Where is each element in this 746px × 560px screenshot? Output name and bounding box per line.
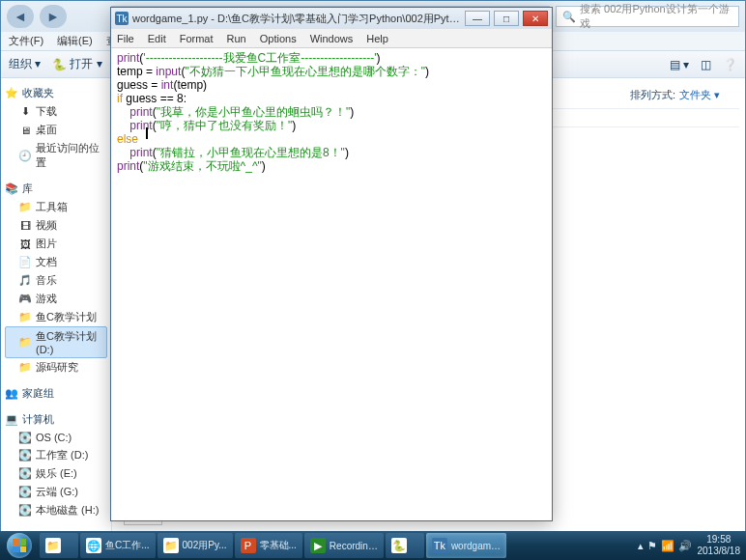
python-icon: 🐍 — [391, 538, 407, 553]
sidebar-homegroup[interactable]: 👥家庭组 — [5, 384, 107, 403]
video-icon: 🎞 — [18, 219, 32, 233]
folder-icon: 📁 — [18, 336, 32, 350]
preview-pane-icon[interactable]: ◫ — [701, 58, 711, 71]
menu-edit[interactable]: Edit — [148, 33, 166, 44]
view-options-icon[interactable]: ▤ ▾ — [670, 58, 689, 71]
recent-icon: 🕘 — [18, 149, 32, 162]
windows-logo-icon — [13, 539, 26, 552]
code-editor[interactable]: print('--------------------我爱鱼C工作室------… — [111, 48, 552, 520]
homegroup-icon: 👥 — [5, 387, 18, 401]
sidebar-item-cloud[interactable]: 💽云端 (G:) — [5, 483, 107, 501]
desktop-icon: 🖥 — [18, 124, 32, 137]
tk-icon: Tk — [115, 12, 129, 25]
search-icon: 🔍 — [562, 11, 576, 23]
sidebar-item-work[interactable]: 💽工作室 (D:) — [5, 446, 107, 464]
folder-icon: 📁 — [18, 361, 32, 375]
folder-icon: 📁 — [18, 201, 32, 214]
idle-window: Tk wordgame_1.py - D:\鱼C教学计划\零基础入门学习Pyth… — [110, 7, 553, 521]
menu-run[interactable]: Run — [227, 33, 246, 44]
sidebar-item-recent[interactable]: 🕘最近访问的位置 — [5, 139, 107, 172]
sidebar-favorites[interactable]: ⭐收藏夹 — [5, 84, 107, 102]
menu-file[interactable]: File — [117, 33, 134, 44]
sidebar-computer[interactable]: 💻计算机 — [5, 410, 107, 429]
sidebar-item-downloads[interactable]: ⬇下载 — [5, 102, 107, 121]
search-placeholder: 搜索 002用Python设计第一个游戏 — [580, 2, 732, 31]
tray-chevron-icon[interactable]: ▴ — [638, 540, 644, 552]
sidebar-item-fishc-d[interactable]: 📁鱼C教学计划 (D:) — [5, 326, 107, 358]
open-button[interactable]: 🐍打开 ▾ — [52, 56, 101, 72]
tray-network-icon[interactable]: 📶 — [661, 540, 674, 552]
task-idle[interactable]: Tkwordgam… — [426, 533, 506, 558]
record-icon: ▶ — [310, 538, 326, 553]
clock[interactable]: 19:58 2013/8/18 — [698, 534, 741, 557]
disk-icon: 💽 — [18, 467, 32, 481]
sort-dropdown[interactable]: 文件夹 ▾ — [679, 88, 720, 102]
sidebar-item-ent[interactable]: 💽娱乐 (E:) — [5, 464, 107, 483]
sidebar-libraries[interactable]: 📚库 — [5, 180, 107, 198]
organize-button[interactable]: 组织 ▾ — [9, 56, 41, 72]
sidebar-item-local[interactable]: 💽本地磁盘 (H:) — [5, 501, 107, 519]
start-button[interactable] — [0, 531, 39, 560]
folder-icon: 📁 — [18, 311, 32, 324]
computer-icon: 💻 — [5, 413, 18, 427]
sidebar-item-desktop[interactable]: 🖥桌面 — [5, 121, 107, 139]
picture-icon: 🖼 — [18, 238, 32, 251]
search-input[interactable]: 🔍 搜索 002用Python设计第一个游戏 — [556, 6, 739, 27]
menu-windows[interactable]: Windows — [310, 33, 354, 44]
menu-edit[interactable]: 编辑(E) — [57, 34, 93, 48]
library-icon: 📚 — [5, 182, 18, 196]
disk-icon: 💽 — [18, 449, 32, 462]
nav-fwd-button[interactable]: ► — [40, 5, 67, 28]
explorer-sidebar: ⭐收藏夹 ⬇下载 🖥桌面 🕘最近访问的位置 📚库 📁工具箱 🎞视频 🖼图片 📄文… — [1, 78, 112, 535]
app-icon: 🐍 — [52, 58, 67, 71]
download-icon: ⬇ — [18, 105, 32, 119]
idle-titlebar[interactable]: Tk wordgame_1.py - D:\鱼C教学计划\零基础入门学习Pyth… — [111, 8, 552, 29]
menu-file[interactable]: 文件(F) — [9, 34, 43, 48]
task-powerpoint[interactable]: P零基础... — [235, 533, 302, 558]
task-recorder[interactable]: ▶Recordin… — [304, 533, 384, 558]
minimize-button[interactable]: — — [465, 11, 490, 26]
sidebar-item-source[interactable]: 📁源码研究 — [5, 358, 107, 377]
tk-icon: Tk — [432, 538, 447, 553]
sidebar-item-fishc[interactable]: 📁鱼C教学计划 — [5, 308, 107, 326]
tray-flag-icon[interactable]: ⚑ — [647, 540, 657, 552]
tray-volume-icon[interactable]: 🔊 — [678, 540, 692, 552]
sort-label: 排列方式: — [630, 88, 675, 102]
folder-icon: 📁 — [163, 538, 179, 553]
idle-title: wordgame_1.py - D:\鱼C教学计划\零基础入门学习Python\… — [132, 12, 461, 26]
disk-icon: 💽 — [18, 504, 32, 518]
sidebar-item-music[interactable]: 🎵音乐 — [5, 271, 107, 290]
sidebar-item-pictures[interactable]: 🖼图片 — [5, 235, 107, 253]
disk-icon: 💽 — [18, 486, 32, 499]
sidebar-item-games[interactable]: 🎮游戏 — [5, 290, 107, 308]
game-icon: 🎮 — [18, 293, 32, 306]
idle-menubar: File Edit Format Run Options Windows Hel… — [111, 29, 552, 48]
document-icon: 📄 — [18, 256, 32, 269]
task-browser[interactable]: 🌐鱼C工作... — [80, 533, 156, 558]
close-button[interactable]: ✕ — [523, 11, 548, 26]
sidebar-item-os[interactable]: 💽OS (C:) — [5, 429, 107, 446]
menu-options[interactable]: Options — [260, 33, 297, 44]
star-icon: ⭐ — [5, 87, 18, 100]
help-icon[interactable]: ❔ — [723, 58, 737, 71]
sidebar-item-videos[interactable]: 🎞视频 — [5, 216, 107, 235]
menu-format[interactable]: Format — [180, 33, 214, 44]
taskbar: 📁 🌐鱼C工作... 📁002用Py... P零基础... ▶Recordin…… — [0, 531, 746, 560]
browser-icon: 🌐 — [86, 538, 101, 553]
folder-icon: 📁 — [45, 538, 61, 553]
maximize-button[interactable]: □ — [494, 11, 519, 26]
sidebar-item-toolbox[interactable]: 📁工具箱 — [5, 198, 107, 216]
system-tray[interactable]: ▴ ⚑ 📶 🔊 19:58 2013/8/18 — [632, 534, 747, 557]
nav-back-button[interactable]: ◄ — [7, 5, 34, 28]
disk-icon: 💽 — [18, 431, 32, 444]
task-python[interactable]: 🐍 — [386, 533, 424, 558]
powerpoint-icon: P — [241, 538, 256, 553]
sidebar-item-documents[interactable]: 📄文档 — [5, 253, 107, 271]
menu-help[interactable]: Help — [366, 33, 388, 44]
task-explorer-window[interactable]: 📁002用Py... — [158, 533, 233, 558]
task-pinned-explorer[interactable]: 📁 — [40, 533, 78, 558]
music-icon: 🎵 — [18, 274, 32, 288]
